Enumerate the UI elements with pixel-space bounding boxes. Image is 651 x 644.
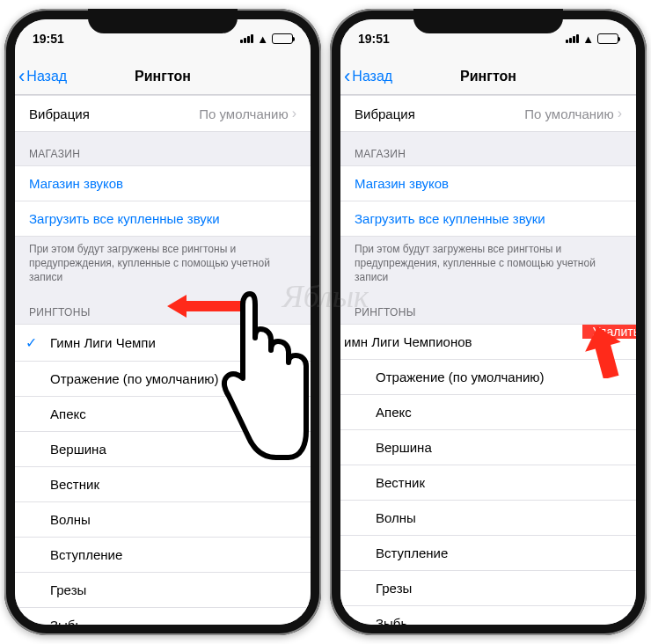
vibration-label: Вибрация — [355, 106, 524, 121]
ringtone-item[interactable]: Зыбь — [340, 606, 636, 625]
vibration-value: По умолчанию — [524, 106, 613, 121]
status-time: 19:51 — [358, 32, 390, 46]
ringtone-label: имн Лиги Чемпионов — [344, 334, 582, 349]
nav-bar: ‹ Назад Рингтон — [15, 58, 311, 95]
page-title: Рингтон — [460, 69, 516, 84]
screen-right: 19:51 ▲ ‹ Назад Рингтон Вибрация По умол… — [340, 19, 636, 625]
vibration-row[interactable]: Вибрация По умолчанию › — [340, 95, 636, 132]
svg-marker-1 — [582, 326, 626, 378]
store-footer: При этом будут загружены все рингтоны и … — [340, 237, 636, 290]
checkmark-icon: ✓ — [26, 334, 50, 351]
chevron-left-icon: ‹ — [344, 67, 350, 86]
ringtone-item[interactable]: Вершина — [340, 430, 636, 465]
chevron-left-icon: ‹ — [18, 67, 25, 86]
sound-store-link[interactable]: Магазин звуков — [15, 165, 311, 201]
ringtone-item[interactable]: Волны — [340, 501, 636, 536]
back-label: Назад — [26, 69, 67, 84]
status-time: 19:51 — [33, 32, 64, 46]
ringtone-item[interactable]: Зыбь — [15, 608, 311, 625]
notch — [88, 9, 238, 33]
pointing-hand-icon — [208, 282, 313, 479]
ringtone-item[interactable]: Вестник — [340, 465, 636, 501]
ringtones-header: РИНГТОНЫ — [340, 290, 636, 324]
back-button[interactable]: ‹ Назад — [18, 67, 67, 86]
chevron-right-icon: › — [292, 106, 296, 121]
back-label: Назад — [352, 69, 392, 84]
wifi-icon: ▲ — [257, 33, 268, 46]
status-right: ▲ — [566, 33, 618, 46]
ringtone-item[interactable]: Грезы — [340, 571, 636, 606]
store-header: МАГАЗИН — [15, 132, 311, 165]
wifi-icon: ▲ — [582, 33, 594, 46]
battery-icon — [597, 33, 618, 44]
notch — [413, 9, 563, 33]
signal-icon — [566, 34, 579, 43]
phone-right: 19:51 ▲ ‹ Назад Рингтон Вибрация По умол… — [330, 9, 647, 635]
download-purchased-link[interactable]: Загрузить все купленные звуки — [340, 201, 636, 237]
ringtone-item[interactable]: Апекс — [340, 395, 636, 430]
vibration-label: Вибрация — [29, 106, 199, 121]
page-title: Рингтон — [135, 69, 191, 84]
back-button[interactable]: ‹ Назад — [344, 67, 392, 86]
ringtone-item[interactable]: Грезы — [15, 573, 311, 608]
vibration-row[interactable]: Вибрация По умолчанию › — [15, 95, 311, 132]
sound-store-link[interactable]: Магазин звуков — [340, 165, 636, 201]
store-header: МАГАЗИН — [340, 132, 636, 165]
ringtone-item[interactable]: Вступление — [340, 536, 636, 571]
chevron-right-icon: › — [618, 106, 622, 121]
battery-icon — [272, 33, 293, 44]
pointing-up-arrow-icon — [582, 326, 626, 378]
status-right: ▲ — [240, 33, 293, 46]
ringtone-item[interactable]: Волны — [15, 502, 311, 538]
nav-bar: ‹ Назад Рингтон — [340, 58, 636, 95]
ringtone-item[interactable]: Вступление — [15, 538, 311, 573]
signal-icon — [240, 34, 253, 43]
download-purchased-link[interactable]: Загрузить все купленные звуки — [15, 201, 311, 237]
vibration-value: По умолчанию — [199, 106, 288, 121]
